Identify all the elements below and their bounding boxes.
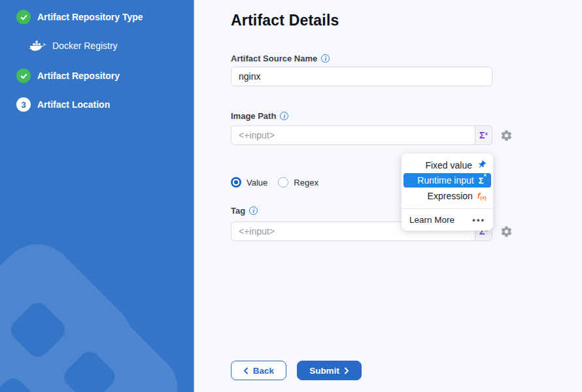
menu-item-label: Expression xyxy=(428,191,473,201)
harness-logo-watermark xyxy=(0,0,194,392)
label-text: Tag xyxy=(231,206,245,216)
step-label: Artifact Location xyxy=(37,99,110,110)
sigma-sup: x xyxy=(485,131,487,137)
back-label: Back xyxy=(253,366,274,376)
chevron-left-icon xyxy=(243,367,248,374)
radio-unselected-icon xyxy=(278,177,288,188)
image-path-settings-gear-icon[interactable] xyxy=(500,129,513,142)
step-complete-icon xyxy=(16,10,31,24)
radio-selected-icon xyxy=(231,177,241,188)
step-complete-icon xyxy=(16,69,31,83)
fx-icon: f(x) xyxy=(477,191,487,201)
tag-label: Tag i xyxy=(231,206,258,216)
submit-button[interactable]: Submit xyxy=(297,361,362,380)
wizard-actions: Back Submit xyxy=(231,361,362,380)
artifact-details-panel: Artifact Details Artifact Source Name i … xyxy=(195,0,582,392)
page-title: Artifact Details xyxy=(231,12,339,29)
menu-item-label: Fixed value xyxy=(425,160,472,171)
artifact-wizard-window: Artifact Repository Type Docker Registry… xyxy=(0,0,582,392)
radio-label: Regex xyxy=(294,178,318,188)
menu-item-fixed-value[interactable]: Fixed value xyxy=(402,157,493,173)
pin-icon xyxy=(477,160,487,170)
radio-value[interactable]: Value xyxy=(231,177,267,188)
info-icon[interactable]: i xyxy=(280,112,288,120)
radio-label: Value xyxy=(247,178,267,188)
menu-item-runtime-input[interactable]: Runtime input Σx xyxy=(403,173,491,188)
docker-icon xyxy=(29,39,48,56)
label-text: Artifact Source Name xyxy=(231,54,317,63)
menu-item-label: Runtime input xyxy=(417,175,473,186)
step-label: Artifact Repository Type xyxy=(37,12,143,22)
step-label: Artifact Repository xyxy=(37,71,120,81)
image-path-group: Σx xyxy=(231,125,492,145)
substep-label: Docker Registry xyxy=(52,41,118,51)
submit-label: Submit xyxy=(309,366,339,376)
info-icon[interactable]: i xyxy=(321,54,330,63)
image-path-label: Image Path i xyxy=(231,111,288,121)
chevron-right-icon xyxy=(344,367,349,374)
artifact-source-name-label: Artifact Source Name i xyxy=(231,54,330,63)
sigma-icon: Σx xyxy=(479,176,487,186)
more-icon: ••• xyxy=(472,215,485,225)
artifact-source-name-input[interactable] xyxy=(231,67,492,86)
artifact-source-name-group xyxy=(231,67,492,86)
back-button[interactable]: Back xyxy=(231,361,286,380)
image-path-input[interactable] xyxy=(231,125,492,145)
info-icon[interactable]: i xyxy=(249,206,258,215)
step-number-badge: 3 xyxy=(16,97,31,112)
input-type-dropdown-menu: Fixed value Runtime input Σx Expression … xyxy=(402,154,493,231)
menu-item-expression[interactable]: Expression f(x) xyxy=(402,188,493,204)
sigma-icon: Σ xyxy=(479,130,485,140)
tag-settings-gear-icon[interactable] xyxy=(500,225,513,238)
runtime-input-type-button[interactable]: Σx xyxy=(475,125,492,145)
menu-learn-more[interactable]: Learn More ••• xyxy=(402,208,493,231)
radio-regex[interactable]: Regex xyxy=(278,177,318,188)
learn-more-label: Learn More xyxy=(409,215,454,225)
tag-mode-radio-group: Value Regex xyxy=(231,177,318,188)
wizard-steps-sidebar: Artifact Repository Type Docker Registry… xyxy=(0,0,194,392)
label-text: Image Path xyxy=(231,111,276,121)
